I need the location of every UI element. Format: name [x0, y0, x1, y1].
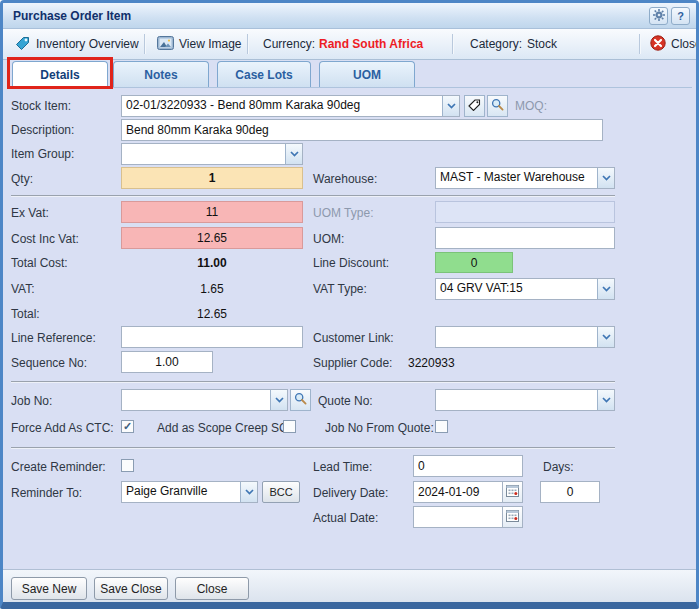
description-input[interactable] [121, 119, 603, 141]
moq-label: MOQ: [515, 99, 547, 113]
purchase-order-item-window: Purchase Order Item ? Inventory Overview… [0, 0, 699, 609]
chevron-down-icon[interactable] [597, 168, 614, 188]
stock-tag-button[interactable] [464, 95, 485, 117]
delivery-date-label: Delivery Date: [313, 486, 388, 500]
total-cost-label: Total Cost: [11, 256, 68, 270]
uom-type-input [435, 201, 615, 223]
reminder-to-select[interactable]: Paige Granville [121, 481, 258, 503]
vat-type-label: VAT Type: [313, 282, 367, 296]
customer-link-select[interactable] [435, 326, 615, 348]
warehouse-select[interactable]: MAST - Master Warehouse [435, 167, 615, 189]
chevron-down-icon[interactable] [597, 279, 614, 299]
quote-no-label: Quote No: [318, 394, 373, 408]
tab-case-lots-label: Case Lots [235, 68, 292, 82]
close-button[interactable]: Close [646, 33, 699, 55]
chevron-down-icon[interactable] [270, 390, 287, 410]
chevron-down-icon[interactable] [442, 96, 459, 116]
delivery-date-input[interactable] [413, 481, 503, 503]
stock-item-value: 02-01/3220933 - Bend 80mm Karaka 90deg [122, 96, 442, 116]
line-discount-label: Line Discount: [313, 256, 389, 270]
calendar-icon [506, 508, 519, 526]
save-new-button[interactable]: Save New [11, 577, 87, 600]
line-reference-input[interactable] [121, 326, 303, 348]
total-label: Total: [11, 307, 40, 321]
delivery-date-calendar-button[interactable] [503, 481, 523, 503]
days-input[interactable] [540, 481, 600, 503]
uom-input[interactable] [435, 227, 615, 249]
window-title: Purchase Order Item [13, 9, 646, 23]
job-no-search-button[interactable] [290, 389, 311, 411]
item-group-select[interactable] [121, 143, 303, 165]
total-value: 12.65 [121, 307, 303, 321]
stock-search-button[interactable] [487, 95, 508, 117]
tab-case-lots[interactable]: Case Lots [217, 61, 311, 87]
close-footer-button[interactable]: Close [175, 577, 249, 600]
job-no-from-quote-checkbox[interactable] [435, 420, 448, 433]
create-reminder-label: Create Reminder: [11, 460, 106, 474]
stock-item-select[interactable]: 02-01/3220933 - Bend 80mm Karaka 90deg [121, 95, 460, 117]
toolbar: Inventory Overview View Image Currency: … [3, 29, 696, 60]
inventory-overview-button[interactable]: Inventory Overview [11, 33, 143, 55]
cost-inc-vat-input[interactable] [121, 227, 303, 249]
category-label: Category: [466, 33, 526, 55]
view-image-label: View Image [179, 37, 241, 51]
total-cost-value: 11.00 [121, 256, 303, 270]
supplier-code-label: Supplier Code: [313, 356, 392, 370]
chevron-down-icon[interactable] [597, 390, 614, 410]
lead-time-input[interactable] [413, 455, 523, 477]
tab-notes[interactable]: Notes [113, 61, 209, 87]
warehouse-label: Warehouse: [313, 172, 377, 186]
force-add-ctc-checkbox[interactable]: ✓ [121, 420, 134, 433]
customer-link-value [436, 327, 597, 347]
footer-bar: Save New Save Close Close [3, 569, 696, 602]
actual-date-input[interactable] [413, 506, 503, 528]
warehouse-value: MAST - Master Warehouse [436, 168, 597, 188]
quote-no-select[interactable] [435, 389, 615, 411]
chevron-down-icon[interactable] [597, 327, 614, 347]
line-discount-input[interactable] [435, 252, 513, 273]
create-reminder-checkbox[interactable] [121, 459, 134, 472]
job-no-select[interactable] [121, 389, 288, 411]
view-image-button[interactable]: View Image [153, 33, 245, 55]
bcc-button[interactable]: BCC [262, 481, 300, 503]
save-close-button[interactable]: Save Close [94, 577, 168, 600]
chevron-down-icon[interactable] [240, 482, 257, 502]
vat-type-select[interactable]: 04 GRV VAT:15 [435, 278, 615, 300]
scope-creep-checkbox[interactable] [283, 420, 296, 433]
help-icon: ? [677, 10, 684, 22]
tab-notes-label: Notes [144, 68, 177, 82]
qty-label: Qty: [11, 172, 33, 186]
vat-type-value: 04 GRV VAT:15 [436, 279, 597, 299]
toolbar-separator [639, 34, 640, 54]
section-divider [11, 447, 615, 448]
force-add-ctc-label: Force Add As CTC: [11, 421, 114, 435]
tab-uom-label: UOM [353, 68, 381, 82]
tag-icon [15, 35, 31, 54]
chevron-down-icon[interactable] [285, 144, 302, 164]
search-icon [491, 97, 504, 115]
item-group-value [122, 144, 285, 164]
search-icon [294, 391, 307, 409]
sequence-no-input[interactable] [121, 351, 213, 373]
category-value: Stock [523, 33, 561, 55]
help-button[interactable]: ? [671, 7, 690, 25]
titlebar: Purchase Order Item ? [3, 3, 696, 29]
image-icon [157, 36, 174, 53]
settings-button[interactable] [649, 7, 668, 25]
qty-input[interactable] [121, 167, 303, 189]
tab-uom[interactable]: UOM [319, 61, 415, 87]
reminder-to-label: Reminder To: [11, 486, 82, 500]
customer-link-label: Customer Link: [313, 331, 394, 345]
toolbar-separator [452, 34, 453, 54]
description-label: Description: [11, 123, 74, 137]
toolbar-separator [144, 34, 145, 54]
ex-vat-input[interactable] [121, 201, 303, 223]
job-no-from-quote-label: Job No From Quote: [325, 421, 434, 435]
gear-icon [653, 9, 665, 23]
actual-date-calendar-button[interactable] [503, 506, 523, 528]
section-divider [11, 195, 615, 196]
annotation-highlight [7, 57, 113, 89]
ex-vat-label: Ex Vat: [11, 206, 49, 220]
job-no-value [122, 390, 270, 410]
job-no-label: Job No: [11, 394, 52, 408]
